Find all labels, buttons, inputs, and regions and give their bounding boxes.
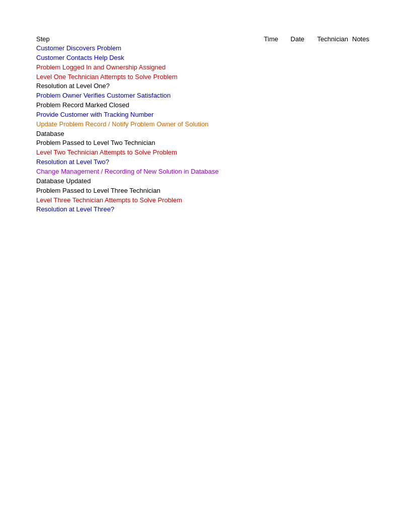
step-text: Update Problem Record / Notify Problem O… [36, 120, 375, 129]
list-item: Customer Discovers Problem [36, 44, 375, 53]
step-label: Step [36, 35, 50, 43]
page: Step Time Date Technician Notes Customer… [0, 0, 411, 250]
step-text: Problem Logged In and Ownership Assigned [36, 63, 375, 72]
table-header: Step Time Date Technician Notes [36, 35, 375, 43]
step-text: Level Three Technician Attempts to Solve… [36, 196, 375, 205]
step-text: Problem Record Marked Closed [36, 101, 375, 110]
steps-list: Customer Discovers ProblemCustomer Conta… [36, 44, 375, 214]
time-header: Time [264, 35, 287, 43]
step-text: Resolution at Level Two? [36, 158, 375, 167]
step-text: Database Updated [36, 177, 375, 186]
list-item: Problem Owner Verifies Customer Satisfac… [36, 91, 375, 101]
step-text: Change Management / Recording of New Sol… [36, 167, 375, 177]
list-item: Level Two Technician Attempts to Solve P… [36, 148, 375, 158]
notes-header: Notes [352, 35, 375, 43]
list-item: Level Three Technician Attempts to Solve… [36, 196, 375, 205]
list-item: Problem Record Marked Closed [36, 101, 375, 110]
meta-header: Time Date Technician Notes [264, 35, 375, 43]
list-item: Problem Passed to Level Two Technician [36, 138, 375, 148]
list-item: Database [36, 129, 375, 139]
list-item: Problem Logged In and Ownership Assigned [36, 63, 375, 72]
step-text: Problem Passed to Level Three Technician [36, 186, 375, 196]
list-item: Problem Passed to Level Three Technician [36, 186, 375, 196]
list-item: Update Problem Record / Notify Problem O… [36, 120, 375, 129]
step-text: Level Two Technician Attempts to Solve P… [36, 148, 375, 158]
step-text: Problem Owner Verifies Customer Satisfac… [36, 91, 375, 101]
step-text: Database [36, 129, 375, 139]
technician-header: Technician [317, 35, 348, 43]
list-item: Database Updated [36, 177, 375, 186]
list-item: Resolution at Level Two? [36, 158, 375, 167]
step-text: Provide Customer with Tracking Number [36, 110, 375, 120]
step-header: Step [36, 35, 264, 43]
list-item: Change Management / Recording of New Sol… [36, 167, 375, 177]
step-text: Problem Passed to Level Two Technician [36, 138, 375, 148]
list-item: Customer Contacts Help Desk [36, 53, 375, 63]
list-item: Level One Technician Attempts to Solve P… [36, 72, 375, 82]
date-header: Date [291, 35, 313, 43]
list-item: Provide Customer with Tracking Number [36, 110, 375, 120]
step-text: Resolution at Level One? [36, 82, 375, 91]
step-text: Level One Technician Attempts to Solve P… [36, 72, 375, 82]
list-item: Resolution at Level One? [36, 82, 375, 91]
step-text: Customer Discovers Problem [36, 44, 375, 53]
list-item: Resolution at Level Three? [36, 205, 375, 214]
step-text: Resolution at Level Three? [36, 205, 375, 214]
step-text: Customer Contacts Help Desk [36, 53, 375, 63]
